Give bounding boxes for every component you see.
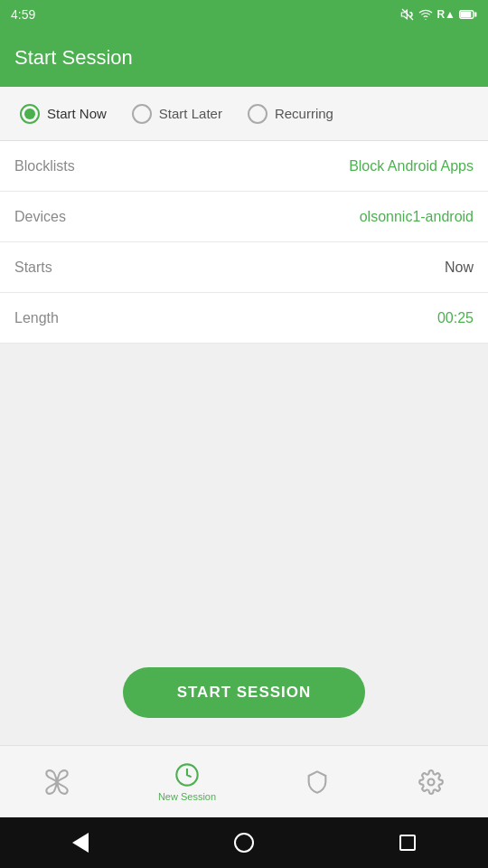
tab-start-later[interactable]: Start Later	[119, 97, 235, 131]
battery-icon	[459, 8, 477, 21]
status-time: 4:59	[11, 7, 35, 22]
devices-label: Devices	[14, 209, 66, 225]
nav-item-settings[interactable]	[418, 769, 444, 795]
home-button[interactable]	[234, 833, 254, 853]
settings-row-blocklists[interactable]: Blocklists Block Android Apps	[0, 141, 488, 192]
devices-value: olsonnic1-android	[360, 209, 474, 225]
back-button[interactable]	[72, 833, 89, 853]
length-label: Length	[14, 310, 59, 326]
start-session-button[interactable]: START SESSION	[123, 667, 366, 718]
settings-row-devices[interactable]: Devices olsonnic1-android	[0, 192, 488, 242]
radio-start-later[interactable]	[132, 104, 152, 124]
settings-list: Blocklists Block Android Apps Devices ol…	[0, 141, 488, 344]
radio-start-now[interactable]	[20, 104, 40, 124]
tab-row: Start Now Start Later Recurring	[0, 87, 488, 141]
signal-icon: R▲	[436, 8, 455, 21]
bottom-nav: New Session	[0, 745, 488, 817]
svg-rect-3	[461, 12, 472, 18]
content-area: START SESSION	[0, 344, 488, 745]
settings-row-starts[interactable]: Starts Now	[0, 242, 488, 293]
android-nav-bar	[0, 817, 488, 868]
blocklists-value: Block Android Apps	[349, 158, 474, 175]
tab-start-later-label: Start Later	[159, 106, 222, 121]
nav-item-butterfly[interactable]	[44, 769, 70, 795]
tab-start-now[interactable]: Start Now	[7, 97, 119, 131]
butterfly-icon	[44, 769, 70, 795]
status-icons: R▲	[400, 7, 477, 22]
shield-icon	[305, 769, 330, 795]
wifi-icon	[418, 7, 433, 22]
new-session-label: New Session	[158, 791, 216, 802]
settings-icon	[418, 769, 444, 795]
new-session-icon	[174, 762, 200, 788]
tab-start-now-label: Start Now	[47, 106, 107, 121]
app-bar: Start Session	[0, 29, 488, 87]
nav-item-new-session[interactable]: New Session	[158, 762, 216, 802]
tab-recurring-label: Recurring	[275, 106, 333, 121]
radio-recurring[interactable]	[248, 104, 267, 124]
app-title: Start Session	[14, 46, 133, 70]
nav-item-shield[interactable]	[305, 769, 330, 795]
settings-row-length[interactable]: Length 00:25	[0, 293, 488, 344]
starts-label: Starts	[14, 259, 52, 276]
svg-point-6	[427, 778, 434, 785]
mute-icon	[400, 7, 415, 22]
status-bar: 4:59 R▲	[0, 0, 488, 29]
length-value: 00:25	[437, 310, 474, 326]
recents-button[interactable]	[399, 835, 416, 851]
blocklists-label: Blocklists	[14, 158, 75, 175]
starts-value: Now	[445, 259, 474, 276]
svg-point-1	[426, 19, 427, 20]
tab-recurring[interactable]: Recurring	[235, 97, 346, 131]
